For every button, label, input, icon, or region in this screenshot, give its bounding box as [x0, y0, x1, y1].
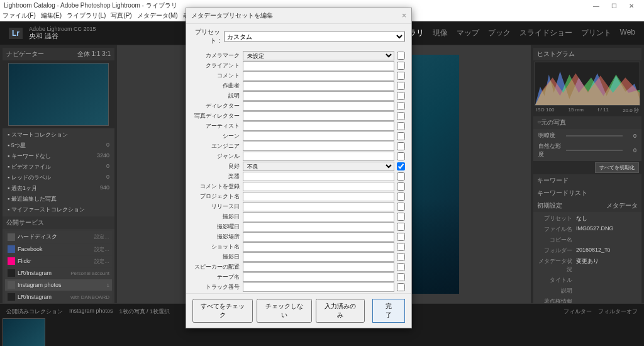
metadata-row[interactable]: プリセットなし — [536, 213, 639, 224]
field-include-check[interactable] — [397, 203, 405, 211]
field-include-check[interactable] — [397, 72, 405, 80]
publish-service-item[interactable]: Facebook設定… — [5, 243, 112, 255]
field-include-check[interactable] — [397, 52, 405, 60]
field-include-check[interactable] — [397, 102, 405, 110]
field-input[interactable] — [243, 212, 394, 221]
reset-button[interactable]: すべてを初期化 — [595, 162, 639, 173]
field-include-check[interactable] — [397, 283, 405, 291]
field-input[interactable] — [243, 232, 394, 242]
preset-select[interactable]: カスタム — [224, 31, 405, 42]
filmstrip-crumb[interactable]: 公開済みコレクション — [6, 308, 63, 316]
field-input[interactable] — [243, 91, 394, 101]
field-include-check[interactable] — [397, 122, 405, 130]
dialog-body[interactable]: カメラマーク未設定クライアントコメント作曲者説明ディレクター写真ディレクターアー… — [186, 49, 411, 293]
module-tab[interactable]: マップ — [457, 28, 479, 38]
publish-service-item[interactable]: ハードディスク設定… — [5, 231, 112, 243]
filmstrip-thumb[interactable] — [3, 318, 45, 346]
field-input[interactable] — [243, 222, 394, 232]
module-tab[interactable]: プリント — [581, 28, 611, 38]
dialog-titlebar[interactable]: メタデータプリセットを編集 × — [186, 8, 411, 24]
navigator-thumb[interactable] — [8, 63, 109, 126]
field-input[interactable]: 未設定 — [243, 51, 394, 60]
source-header[interactable]: ○ 元の写真 — [533, 116, 641, 129]
collection-item[interactable]: ▪ レッドのラベル0 — [5, 172, 112, 183]
module-tab[interactable]: スライドショー — [519, 28, 572, 38]
menu-item[interactable]: 写真(P) — [111, 12, 131, 19]
metadata-header[interactable]: 初期設定メタデータ — [533, 199, 641, 212]
field-include-check[interactable] — [397, 172, 405, 181]
module-tab[interactable]: ブック — [488, 28, 511, 38]
publish-service-item[interactable]: Flickr設定… — [5, 255, 112, 267]
field-input[interactable] — [243, 242, 394, 252]
field-input[interactable] — [243, 101, 394, 111]
field-input[interactable] — [243, 142, 394, 151]
field-input[interactable] — [243, 71, 394, 81]
field-include-check[interactable] — [397, 182, 405, 191]
field-include-check[interactable] — [397, 82, 405, 90]
maximize-icon[interactable]: ☐ — [605, 3, 623, 9]
metadata-row[interactable]: コピー名 — [536, 235, 639, 245]
field-input[interactable] — [243, 252, 394, 262]
field-include-check[interactable] — [397, 112, 405, 120]
navigator-header[interactable]: ナビゲーター 全体 1:1 3:1 — [3, 48, 114, 60]
field-input[interactable]: 不良 — [243, 162, 394, 171]
menu-item[interactable]: 編集(E) — [41, 12, 62, 19]
field-input[interactable] — [243, 81, 394, 91]
collection-item[interactable]: ▪ マイファーストコレクション — [5, 204, 112, 215]
filled-only-button[interactable]: 入力済みのみ — [316, 299, 365, 323]
field-include-check[interactable] — [397, 132, 405, 140]
quick-develop-slider[interactable]: 明瞭度0 — [536, 130, 639, 141]
publish-service-item[interactable]: LR/InstagramPersonal account — [5, 267, 112, 279]
field-input[interactable] — [243, 61, 394, 70]
field-include-check[interactable] — [397, 223, 405, 231]
field-include-check[interactable] — [397, 213, 405, 221]
metadata-row[interactable]: メタデータ状況変更あり — [536, 256, 639, 275]
field-include-check[interactable] — [397, 263, 405, 271]
collection-item[interactable]: ▪ キーワードなし3240 — [5, 151, 112, 162]
field-include-check[interactable] — [397, 142, 405, 150]
check-all-button[interactable]: すべてをチェック — [192, 299, 253, 323]
menu-item[interactable]: ライブラリ(L) — [67, 12, 106, 19]
close-icon[interactable]: ✕ — [623, 3, 640, 9]
filmstrip-crumb[interactable]: 1枚の写真 / 1枚選択 — [119, 308, 170, 316]
quick-develop-slider[interactable]: 自然な彩度0 — [536, 141, 639, 160]
filter-off[interactable]: フィルターオフ — [598, 308, 638, 316]
collection-item[interactable]: ▪ ビデオファイル0 — [5, 162, 112, 172]
field-input[interactable] — [243, 202, 394, 211]
field-input[interactable] — [243, 111, 394, 121]
metadata-row[interactable]: ファイル名IMG0527.DNG — [536, 224, 639, 235]
collection-item[interactable]: ▪ 最近編集した写真 — [5, 194, 112, 204]
keywords-header[interactable]: キーワード — [533, 174, 641, 187]
field-include-check[interactable] — [397, 62, 405, 70]
done-button[interactable]: 完了 — [372, 299, 405, 323]
field-input[interactable] — [243, 192, 394, 201]
field-include-check[interactable] — [397, 253, 405, 261]
metadata-row[interactable]: タイトル — [536, 275, 639, 286]
publish-service-item[interactable]: LR/Instagramwith DANBOARD — [5, 291, 112, 303]
metadata-row[interactable]: フォルダー20160812_To — [536, 245, 639, 256]
field-include-check[interactable] — [397, 193, 405, 201]
menu-item[interactable]: メタデータ(M) — [137, 12, 178, 19]
field-include-check[interactable] — [397, 243, 405, 251]
field-input[interactable] — [243, 121, 394, 131]
menu-item[interactable]: ファイル(F) — [3, 12, 36, 19]
field-include-check[interactable] — [397, 152, 405, 160]
field-include-check[interactable] — [397, 233, 405, 241]
field-input[interactable] — [243, 152, 394, 161]
collection-item[interactable]: ▪ 5つ星0 — [5, 140, 112, 151]
field-include-check[interactable] — [397, 92, 405, 100]
dialog-close-icon[interactable]: × — [402, 11, 406, 20]
field-input[interactable] — [243, 131, 394, 141]
publish-service-item[interactable]: Instagram photos1 — [5, 279, 112, 291]
module-tab[interactable]: Web — [620, 28, 635, 38]
field-input[interactable] — [243, 182, 394, 191]
field-include-check[interactable] — [397, 162, 405, 170]
collection-item[interactable]: ▪ スマートコレクション — [5, 130, 112, 140]
keywordlist-header[interactable]: キーワードリスト — [533, 187, 641, 199]
minimize-icon[interactable]: — — [587, 3, 605, 9]
field-input[interactable] — [243, 282, 394, 292]
metadata-row[interactable]: 説明 — [536, 286, 639, 296]
field-input[interactable] — [243, 272, 394, 282]
module-tab[interactable]: 現像 — [433, 28, 448, 38]
publish-header[interactable]: 公開サービス — [3, 216, 114, 229]
